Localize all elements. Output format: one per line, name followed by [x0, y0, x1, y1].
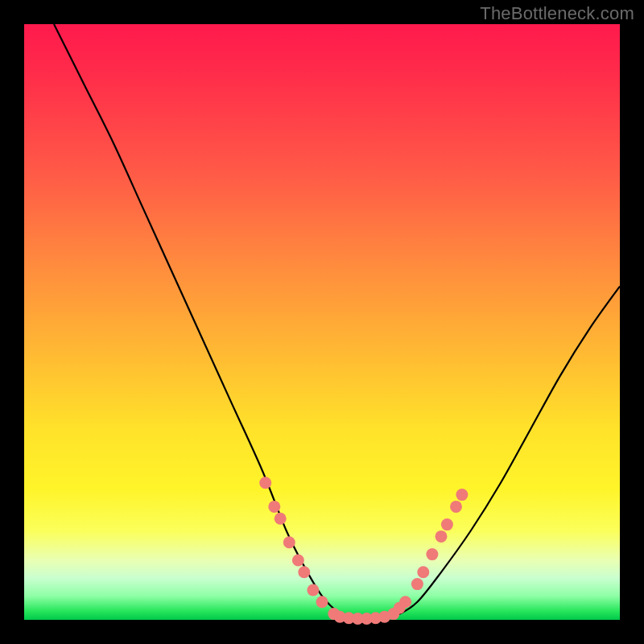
- marker-dots: [259, 477, 468, 625]
- marker-dot: [268, 501, 280, 513]
- bottleneck-curve: [54, 24, 620, 621]
- marker-dot: [426, 548, 438, 560]
- marker-dot: [259, 477, 271, 489]
- marker-dot: [450, 501, 462, 513]
- marker-dot: [275, 513, 287, 525]
- marker-dot: [307, 584, 319, 597]
- marker-dot: [399, 596, 411, 608]
- marker-dot: [292, 555, 304, 567]
- marker-dot: [436, 530, 448, 543]
- watermark-text: TheBottleneck.com: [480, 3, 634, 24]
- marker-dot: [411, 578, 423, 590]
- marker-dot: [417, 566, 429, 578]
- marker-dot: [316, 596, 328, 608]
- outer-frame: TheBottleneck.com: [0, 0, 644, 644]
- chart-svg: [24, 24, 620, 620]
- plot-area: [24, 24, 620, 620]
- marker-dot: [441, 518, 453, 530]
- marker-dot: [283, 536, 295, 548]
- marker-dot: [456, 489, 468, 501]
- marker-dot: [298, 566, 310, 578]
